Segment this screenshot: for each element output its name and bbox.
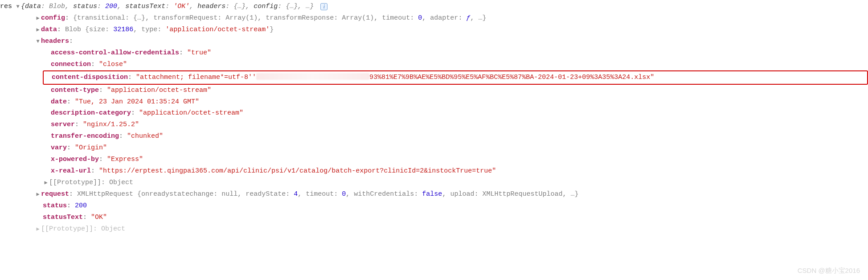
blob-type: Blob xyxy=(49,3,65,10)
xpb-key: x-powered-by xyxy=(51,156,99,163)
chevron-right-icon[interactable]: ▶ xyxy=(35,225,41,234)
date-key: date xyxy=(51,98,67,106)
header-server: server: "nginx/1.25.2" xyxy=(0,119,868,131)
status-value: 200 xyxy=(105,3,117,10)
status-value: 200 xyxy=(75,202,87,210)
size-key: size xyxy=(89,26,105,33)
timeout-value: 0 xyxy=(418,14,422,22)
date-value: "Tue, 23 Jan 2024 01:35:24 GMT" xyxy=(75,98,199,106)
chevron-right-icon[interactable]: ▶ xyxy=(43,178,49,188)
content-disposition-value-1: "attachment; filename*=utf-8'' xyxy=(136,74,256,81)
config-key: config xyxy=(254,3,278,10)
status-key: status xyxy=(73,3,97,10)
onreadystatechange-key: onreadystatechange xyxy=(141,190,213,198)
connection-value: "close" xyxy=(99,61,127,68)
vary-key: vary xyxy=(51,144,67,152)
xru-key: x-real-url xyxy=(51,167,91,175)
config-key: config xyxy=(41,14,65,22)
acac-value: "true" xyxy=(187,49,211,57)
transformresponse-key: transformResponse xyxy=(266,14,334,22)
statustext-value: 'OK' xyxy=(173,3,189,10)
content-type-value: "application/octet-stream" xyxy=(107,86,211,94)
header-x-real-url: x-real-url: "https://erptest.qingpai365.… xyxy=(0,165,868,177)
headers-key: headers xyxy=(197,3,225,10)
chevron-right-icon[interactable]: ▶ xyxy=(35,190,41,199)
blob-type: Blob xyxy=(65,26,81,33)
timeout-value: 0 xyxy=(342,190,346,198)
type-value: 'application/octet-stream' xyxy=(165,26,270,33)
headers-key: headers xyxy=(41,37,69,45)
config-ellipsis: {…} xyxy=(286,3,298,10)
header-description-category: description-category: "application/octet… xyxy=(0,107,868,119)
server-key: server xyxy=(51,121,75,128)
header-access-control: access-control-allow-credentials: "true" xyxy=(0,47,868,59)
xru-value: "https://erptest.qingpai365.com/api/clin… xyxy=(99,167,496,175)
size-value: 32186 xyxy=(113,26,133,33)
request-row[interactable]: ▶ request: XMLHttpRequest {onreadystatec… xyxy=(0,189,868,200)
acac-key: access-control-allow-credentials xyxy=(51,49,179,57)
headers-ellipsis: {…} xyxy=(233,3,246,10)
readystate-key: readyState xyxy=(246,190,286,198)
upload-key: upload xyxy=(450,190,474,198)
status-key: status xyxy=(43,202,67,210)
withcredentials-value: false xyxy=(422,190,442,198)
te-key: transfer-encoding xyxy=(51,132,119,140)
onreadystatechange-value: null xyxy=(221,190,237,198)
dc-key: description-category xyxy=(51,109,131,117)
xpb-value: "Express" xyxy=(107,156,143,163)
upload-value: XMLHttpRequestUpload xyxy=(482,190,562,198)
withcredentials-key: withCredentials xyxy=(354,190,414,198)
prototype-value: Object xyxy=(101,225,125,233)
statustext-value: "OK" xyxy=(91,214,107,221)
chevron-down-icon[interactable]: ▼ xyxy=(15,2,21,12)
te-value: "chunked" xyxy=(127,132,163,140)
statustext-row: statusText: "OK" xyxy=(0,212,868,223)
chevron-down-icon[interactable]: ▼ xyxy=(35,37,41,46)
brace: { xyxy=(73,14,77,22)
header-content-disposition-highlighted: content-disposition: "attachment; filena… xyxy=(43,70,868,85)
header-connection: connection: "close" xyxy=(0,59,868,70)
header-transfer-encoding: transfer-encoding: "chunked" xyxy=(0,131,868,142)
header-vary: vary: "Origin" xyxy=(0,142,868,154)
closing-brace: , …} xyxy=(298,3,314,10)
data-key: data xyxy=(41,26,57,33)
chevron-right-icon[interactable]: ▶ xyxy=(35,25,41,35)
object-root-row[interactable]: res ▼ {data: Blob, status: 200, statusTe… xyxy=(0,1,868,12)
readystate-value: 4 xyxy=(294,190,298,198)
vary-value: "Origin" xyxy=(75,144,107,152)
statustext-key: statusText xyxy=(125,3,165,10)
content-disposition-value-2: 93%81%E7%9B%AE%E5%BD%95%E5%AF%BC%E5%87%B… xyxy=(369,74,654,81)
info-icon[interactable]: i xyxy=(320,3,328,10)
request-type: XMLHttpRequest xyxy=(77,190,133,198)
headers-row[interactable]: ▼ headers: xyxy=(0,36,868,47)
request-key: request xyxy=(41,190,69,198)
brace: {data xyxy=(21,3,41,10)
prototype-key: [[Prototype]] xyxy=(41,225,93,233)
server-value: "nginx/1.25.2" xyxy=(83,121,139,128)
header-x-powered-by: x-powered-by: "Express" xyxy=(0,154,868,165)
headers-prototype-row[interactable]: ▶ [[Prototype]]: Object xyxy=(0,177,868,189)
content-type-key: content-type xyxy=(51,86,99,94)
timeout-key: timeout xyxy=(382,14,410,22)
variable-name: res xyxy=(0,1,15,12)
chevron-right-icon[interactable]: ▶ xyxy=(35,14,41,23)
status-row: status: 200 xyxy=(0,200,868,212)
dc-value: "application/octet-stream" xyxy=(139,109,243,117)
transformrequest-key: transformRequest xyxy=(153,14,217,22)
connection-key: connection xyxy=(51,61,91,68)
prototype-key: [[Prototype]] xyxy=(49,179,101,186)
data-row[interactable]: ▶ data: Blob {size: 32186, type: 'applic… xyxy=(0,24,868,36)
header-date: date: "Tue, 23 Jan 2024 01:35:24 GMT" xyxy=(0,96,868,108)
transformrequest-value: Array(1) xyxy=(225,14,258,22)
timeout-key: timeout xyxy=(306,190,334,198)
prototype-value: Object xyxy=(109,179,133,186)
root-prototype-row[interactable]: ▶ [[Prototype]]: Object xyxy=(0,223,868,235)
type-key: type xyxy=(141,26,157,33)
content-disposition-key: content-disposition xyxy=(52,74,128,81)
statustext-key: statusText xyxy=(43,214,83,221)
config-row[interactable]: ▶ config: {transitional: {…}, transformR… xyxy=(0,12,868,24)
redacted-blur xyxy=(256,73,369,80)
transformresponse-value: Array(1) xyxy=(342,14,374,22)
transitional-key: transitional xyxy=(77,14,125,22)
header-content-type: content-type: "application/octet-stream" xyxy=(0,85,868,96)
